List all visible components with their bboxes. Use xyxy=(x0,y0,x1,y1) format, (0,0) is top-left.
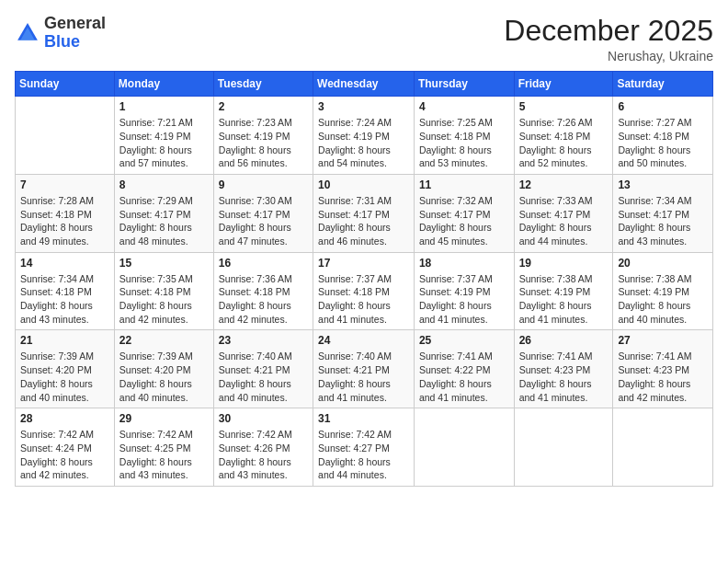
sunset-text: Sunset: 4:17 PM xyxy=(519,208,609,222)
calendar-header-row: SundayMondayTuesdayWednesdayThursdayFrid… xyxy=(16,72,713,97)
calendar-cell: 4Sunrise: 7:25 AMSunset: 4:18 PMDaylight… xyxy=(414,97,514,175)
day-info: Sunrise: 7:41 AMSunset: 4:23 PMDaylight:… xyxy=(618,350,708,404)
sunset-text: Sunset: 4:18 PM xyxy=(119,285,209,299)
day-info: Sunrise: 7:42 AMSunset: 4:26 PMDaylight:… xyxy=(219,428,308,482)
sunset-text: Sunset: 4:24 PM xyxy=(20,442,109,455)
sunset-text: Sunset: 4:17 PM xyxy=(419,208,509,222)
sunset-text: Sunset: 4:21 PM xyxy=(219,363,308,377)
day-number: 14 xyxy=(20,257,109,270)
sunrise-text: Sunrise: 7:40 AM xyxy=(318,350,409,363)
calendar-cell: 30Sunrise: 7:42 AMSunset: 4:26 PMDayligh… xyxy=(213,408,313,487)
sunrise-text: Sunrise: 7:42 AM xyxy=(119,428,209,442)
calendar-cell: 29Sunrise: 7:42 AMSunset: 4:25 PMDayligh… xyxy=(114,408,213,487)
day-info: Sunrise: 7:41 AMSunset: 4:22 PMDaylight:… xyxy=(419,350,509,404)
daylight-text: Daylight: 8 hours and 50 minutes. xyxy=(618,144,708,170)
daylight-text: Daylight: 8 hours and 40 minutes. xyxy=(219,377,308,404)
sunrise-text: Sunrise: 7:41 AM xyxy=(618,350,708,363)
daylight-text: Daylight: 8 hours and 40 minutes. xyxy=(119,377,209,404)
sunrise-text: Sunrise: 7:33 AM xyxy=(519,194,609,208)
calendar-cell: 10Sunrise: 7:31 AMSunset: 4:17 PMDayligh… xyxy=(313,174,415,252)
sunset-text: Sunset: 4:17 PM xyxy=(119,208,209,222)
day-info: Sunrise: 7:42 AMSunset: 4:27 PMDaylight:… xyxy=(318,428,409,482)
sunrise-text: Sunrise: 7:38 AM xyxy=(519,272,609,286)
day-info: Sunrise: 7:37 AMSunset: 4:19 PMDaylight:… xyxy=(419,272,509,327)
sunset-text: Sunset: 4:19 PM xyxy=(419,285,509,299)
sunset-text: Sunset: 4:19 PM xyxy=(219,130,308,144)
day-number: 20 xyxy=(618,257,708,270)
daylight-text: Daylight: 8 hours and 43 minutes. xyxy=(119,455,209,482)
calendar-cell: 25Sunrise: 7:41 AMSunset: 4:22 PMDayligh… xyxy=(414,330,514,408)
day-info: Sunrise: 7:26 AMSunset: 4:18 PMDaylight:… xyxy=(519,116,609,170)
sunset-text: Sunset: 4:19 PM xyxy=(618,285,708,299)
sunset-text: Sunset: 4:18 PM xyxy=(618,130,708,144)
daylight-text: Daylight: 8 hours and 54 minutes. xyxy=(318,144,409,170)
sunset-text: Sunset: 4:18 PM xyxy=(20,285,109,299)
day-number: 10 xyxy=(318,178,409,191)
header-tuesday: Tuesday xyxy=(213,72,313,97)
sunrise-text: Sunrise: 7:23 AM xyxy=(219,116,308,130)
day-number: 23 xyxy=(219,334,308,347)
sunrise-text: Sunrise: 7:31 AM xyxy=(318,194,409,208)
sunrise-text: Sunrise: 7:39 AM xyxy=(119,350,209,363)
calendar-week-row: 21Sunrise: 7:39 AMSunset: 4:20 PMDayligh… xyxy=(16,330,713,408)
calendar-cell: 2Sunrise: 7:23 AMSunset: 4:19 PMDaylight… xyxy=(213,97,313,175)
day-info: Sunrise: 7:28 AMSunset: 4:18 PMDaylight:… xyxy=(20,194,109,248)
day-info: Sunrise: 7:34 AMSunset: 4:17 PMDaylight:… xyxy=(618,194,708,248)
sunrise-text: Sunrise: 7:32 AM xyxy=(419,194,509,208)
sunrise-text: Sunrise: 7:34 AM xyxy=(618,194,708,208)
day-info: Sunrise: 7:27 AMSunset: 4:18 PMDaylight:… xyxy=(618,116,708,170)
calendar-cell: 6Sunrise: 7:27 AMSunset: 4:18 PMDaylight… xyxy=(613,97,713,175)
day-number: 19 xyxy=(519,257,609,270)
daylight-text: Daylight: 8 hours and 42 minutes. xyxy=(20,455,109,482)
daylight-text: Daylight: 8 hours and 41 minutes. xyxy=(519,377,609,404)
sunrise-text: Sunrise: 7:40 AM xyxy=(219,350,308,363)
day-number: 15 xyxy=(119,257,209,270)
daylight-text: Daylight: 8 hours and 41 minutes. xyxy=(419,377,509,404)
day-number: 4 xyxy=(419,100,509,113)
daylight-text: Daylight: 8 hours and 47 minutes. xyxy=(219,221,308,247)
daylight-text: Daylight: 8 hours and 44 minutes. xyxy=(318,455,409,482)
sunset-text: Sunset: 4:19 PM xyxy=(318,130,409,144)
sunrise-text: Sunrise: 7:26 AM xyxy=(519,116,609,130)
day-number: 31 xyxy=(318,412,409,425)
day-info: Sunrise: 7:23 AMSunset: 4:19 PMDaylight:… xyxy=(219,116,308,170)
day-info: Sunrise: 7:39 AMSunset: 4:20 PMDaylight:… xyxy=(119,350,209,404)
day-info: Sunrise: 7:37 AMSunset: 4:18 PMDaylight:… xyxy=(318,272,409,327)
header-monday: Monday xyxy=(114,72,213,97)
daylight-text: Daylight: 8 hours and 57 minutes. xyxy=(119,144,209,170)
sunset-text: Sunset: 4:17 PM xyxy=(618,208,708,222)
day-info: Sunrise: 7:21 AMSunset: 4:19 PMDaylight:… xyxy=(119,116,209,170)
sunrise-text: Sunrise: 7:34 AM xyxy=(20,272,109,286)
sunset-text: Sunset: 4:22 PM xyxy=(419,363,509,377)
sunrise-text: Sunrise: 7:36 AM xyxy=(219,272,308,286)
calendar-cell: 5Sunrise: 7:26 AMSunset: 4:18 PMDaylight… xyxy=(514,97,613,175)
calendar-cell: 20Sunrise: 7:38 AMSunset: 4:19 PMDayligh… xyxy=(613,252,713,330)
day-info: Sunrise: 7:40 AMSunset: 4:21 PMDaylight:… xyxy=(318,350,409,404)
daylight-text: Daylight: 8 hours and 45 minutes. xyxy=(419,221,509,247)
sunrise-text: Sunrise: 7:38 AM xyxy=(618,272,708,286)
calendar-cell: 1Sunrise: 7:21 AMSunset: 4:19 PMDaylight… xyxy=(114,97,213,175)
calendar-cell: 14Sunrise: 7:34 AMSunset: 4:18 PMDayligh… xyxy=(16,252,115,330)
calendar-cell: 18Sunrise: 7:37 AMSunset: 4:19 PMDayligh… xyxy=(414,252,514,330)
calendar-cell: 11Sunrise: 7:32 AMSunset: 4:17 PMDayligh… xyxy=(414,174,514,252)
calendar-cell: 15Sunrise: 7:35 AMSunset: 4:18 PMDayligh… xyxy=(114,252,213,330)
calendar-week-row: 7Sunrise: 7:28 AMSunset: 4:18 PMDaylight… xyxy=(16,174,713,252)
day-number: 26 xyxy=(519,334,609,347)
day-number: 30 xyxy=(219,412,308,425)
day-number: 29 xyxy=(119,412,209,425)
day-number: 11 xyxy=(419,178,509,191)
sunset-text: Sunset: 4:27 PM xyxy=(318,442,409,455)
sunset-text: Sunset: 4:20 PM xyxy=(119,363,209,377)
calendar-week-row: 1Sunrise: 7:21 AMSunset: 4:19 PMDaylight… xyxy=(16,97,713,175)
daylight-text: Daylight: 8 hours and 42 minutes. xyxy=(618,377,708,404)
daylight-text: Daylight: 8 hours and 48 minutes. xyxy=(119,221,209,247)
header-friday: Friday xyxy=(514,72,613,97)
day-info: Sunrise: 7:24 AMSunset: 4:19 PMDaylight:… xyxy=(318,116,409,170)
calendar-cell: 9Sunrise: 7:30 AMSunset: 4:17 PMDaylight… xyxy=(213,174,313,252)
calendar-cell: 22Sunrise: 7:39 AMSunset: 4:20 PMDayligh… xyxy=(114,330,213,408)
calendar-cell: 26Sunrise: 7:41 AMSunset: 4:23 PMDayligh… xyxy=(514,330,613,408)
day-info: Sunrise: 7:32 AMSunset: 4:17 PMDaylight:… xyxy=(419,194,509,248)
logo-general: General xyxy=(44,14,106,32)
sunset-text: Sunset: 4:17 PM xyxy=(219,208,308,222)
sunrise-text: Sunrise: 7:29 AM xyxy=(119,194,209,208)
